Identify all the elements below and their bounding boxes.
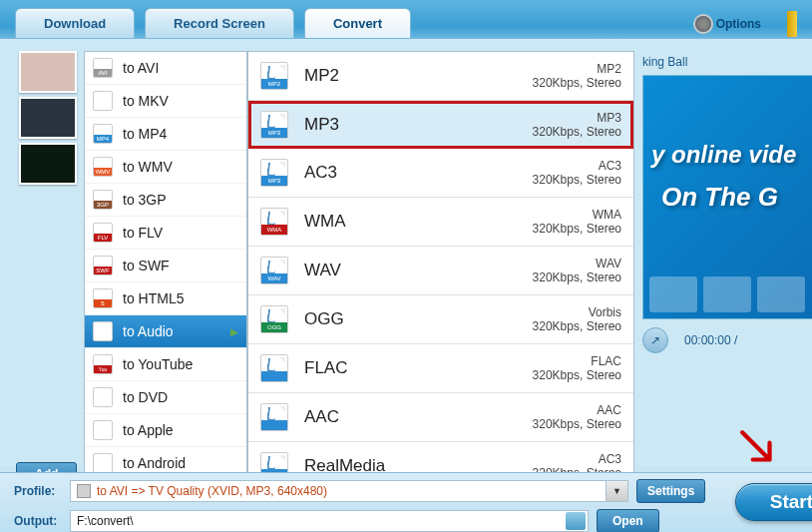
format-icon bbox=[93, 453, 113, 473]
format-label: to Apple bbox=[123, 422, 174, 438]
format-item[interactable]: to Audio▶ bbox=[85, 315, 246, 348]
format-icon bbox=[93, 420, 113, 440]
audio-icon bbox=[260, 403, 288, 431]
profile-label: Profile: bbox=[14, 484, 62, 498]
format-item[interactable]: MP4to MP4 bbox=[85, 118, 246, 151]
audio-name: MP3 bbox=[304, 115, 339, 135]
format-item[interactable]: AVIto AVI bbox=[85, 52, 246, 85]
format-icon: WMV bbox=[93, 157, 113, 177]
preview-text: y online vide bbox=[651, 141, 796, 169]
format-label: to MP4 bbox=[123, 126, 167, 142]
open-button[interactable]: Open bbox=[597, 509, 659, 532]
mini-thumbs bbox=[649, 276, 805, 312]
thumbnail[interactable] bbox=[19, 51, 77, 93]
format-icon bbox=[93, 91, 113, 111]
preview-text: On The G bbox=[661, 182, 778, 213]
output-label: Output: bbox=[14, 514, 62, 528]
play-button[interactable]: ↗ bbox=[642, 327, 668, 353]
audio-icon: MP3 bbox=[260, 159, 288, 187]
format-item[interactable]: 3GPto 3GP bbox=[85, 184, 246, 217]
audio-meta: WAV320Kbps, Stereo bbox=[533, 257, 621, 284]
audio-format-item[interactable]: FLACFLAC320Kbps, Stereo bbox=[248, 344, 633, 393]
audio-name: FLAC bbox=[304, 358, 347, 378]
audio-name: MP2 bbox=[304, 66, 339, 86]
format-label: to HTML5 bbox=[123, 290, 184, 306]
audio-name: WAV bbox=[304, 261, 341, 280]
format-label: to DVD bbox=[123, 389, 168, 405]
audio-format-item[interactable]: WMAWMAWMA320Kbps, Stereo bbox=[248, 198, 633, 247]
player-controls: ↗ 00:00:00 / bbox=[642, 319, 812, 361]
dropdown-icon[interactable]: ▼ bbox=[606, 481, 627, 501]
time-display: 00:00:00 / bbox=[684, 333, 737, 347]
format-item[interactable]: 5to HTML5 bbox=[85, 282, 246, 315]
format-icon: You bbox=[93, 354, 113, 374]
format-item[interactable]: Youto YouTube bbox=[85, 348, 246, 381]
format-icon bbox=[93, 387, 113, 407]
options-label: Options bbox=[716, 17, 761, 31]
gear-icon bbox=[695, 16, 711, 32]
format-item[interactable]: FLVto FLV bbox=[85, 217, 246, 250]
format-label: to SWF bbox=[123, 258, 170, 273]
audio-name: AAC bbox=[304, 407, 339, 427]
arrow-right-icon: ▶ bbox=[230, 326, 238, 337]
format-item[interactable]: SWFto SWF bbox=[85, 250, 246, 282]
audio-format-item[interactable]: MP2MP2MP2320Kbps, Stereo bbox=[248, 52, 633, 101]
audio-name: WMA bbox=[304, 212, 346, 232]
audio-format-item[interactable]: AACAAC320Kbps, Stereo bbox=[248, 393, 633, 442]
format-item[interactable]: to MKV bbox=[85, 85, 246, 118]
format-icon: 5 bbox=[93, 288, 113, 308]
key-icon[interactable] bbox=[787, 11, 797, 37]
audio-format-item[interactable]: MP3AC3AC3320Kbps, Stereo bbox=[248, 149, 633, 198]
settings-button[interactable]: Settings bbox=[636, 479, 705, 503]
start-button[interactable]: Start bbox=[735, 483, 812, 521]
audio-name: AC3 bbox=[304, 163, 337, 183]
video-thumbs bbox=[19, 51, 79, 189]
format-list: AVIto AVIto MKVMP4to MP4WMVto WMV3GPto 3… bbox=[84, 51, 247, 480]
audio-submenu: MP2MP2MP2320Kbps, StereoMP3MP3MP3320Kbps… bbox=[247, 51, 634, 480]
thumbnail[interactable] bbox=[19, 143, 77, 185]
audio-icon bbox=[260, 354, 288, 382]
format-label: to Android bbox=[123, 455, 186, 471]
audio-icon: MP2 bbox=[260, 62, 288, 90]
preview-pane: king Ball y online vide On The G ↗ 00:00… bbox=[642, 51, 812, 361]
format-icon: FLV bbox=[93, 223, 113, 243]
format-item[interactable]: WMVto WMV bbox=[85, 151, 246, 184]
audio-icon: OGG bbox=[260, 305, 288, 333]
audio-meta: Vorbis320Kbps, Stereo bbox=[533, 305, 621, 333]
tab-convert[interactable]: Convert bbox=[304, 8, 411, 39]
audio-format-item[interactable]: OGGOGGVorbis320Kbps, Stereo bbox=[248, 295, 633, 344]
audio-format-item[interactable]: MP3MP3MP3320Kbps, Stereo bbox=[248, 101, 633, 149]
audio-icon: MP3 bbox=[260, 111, 288, 139]
format-label: to 3GP bbox=[123, 192, 167, 208]
profile-value: to AVI => TV Quality (XVID, MP3, 640x480… bbox=[97, 484, 327, 498]
audio-meta: AC3320Kbps, Stereo bbox=[533, 159, 621, 187]
video-title: king Ball bbox=[642, 51, 812, 75]
output-field[interactable]: F:\convert\ bbox=[70, 510, 589, 532]
audio-meta: MP3320Kbps, Stereo bbox=[533, 111, 621, 139]
format-item[interactable]: to DVD bbox=[85, 381, 246, 414]
format-label: to MKV bbox=[123, 93, 169, 109]
audio-meta: WMA320Kbps, Stereo bbox=[533, 208, 621, 236]
audio-icon: WAV bbox=[260, 257, 288, 284]
profile-field[interactable]: to AVI => TV Quality (XVID, MP3, 640x480… bbox=[70, 480, 628, 502]
format-item[interactable]: to Apple bbox=[85, 414, 246, 447]
main-area: Add AVIto AVIto MKVMP4to MP4WMVto WMV3GP… bbox=[0, 38, 812, 467]
format-label: to AVI bbox=[123, 60, 159, 76]
audio-format-item[interactable]: WAVWAVWAV320Kbps, Stereo bbox=[248, 247, 633, 295]
audio-meta: FLAC320Kbps, Stereo bbox=[533, 354, 621, 382]
format-icon: 3GP bbox=[93, 190, 113, 210]
audio-icon: WMA bbox=[260, 208, 288, 236]
format-label: to WMV bbox=[123, 159, 173, 175]
profile-icon bbox=[77, 484, 91, 498]
preview-box[interactable]: y online vide On The G bbox=[642, 75, 812, 319]
tab-download[interactable]: Download bbox=[15, 8, 135, 39]
format-icon: AVI bbox=[93, 58, 113, 78]
folder-icon[interactable] bbox=[566, 512, 586, 530]
format-icon bbox=[93, 321, 113, 341]
format-label: to YouTube bbox=[123, 356, 193, 372]
audio-meta: AAC320Kbps, Stereo bbox=[533, 403, 621, 431]
main-tabs: Download Record Screen Convert Options bbox=[0, 0, 812, 39]
thumbnail[interactable] bbox=[19, 97, 77, 139]
tab-record-screen[interactable]: Record Screen bbox=[145, 8, 294, 39]
options-button[interactable]: Options bbox=[695, 16, 761, 32]
